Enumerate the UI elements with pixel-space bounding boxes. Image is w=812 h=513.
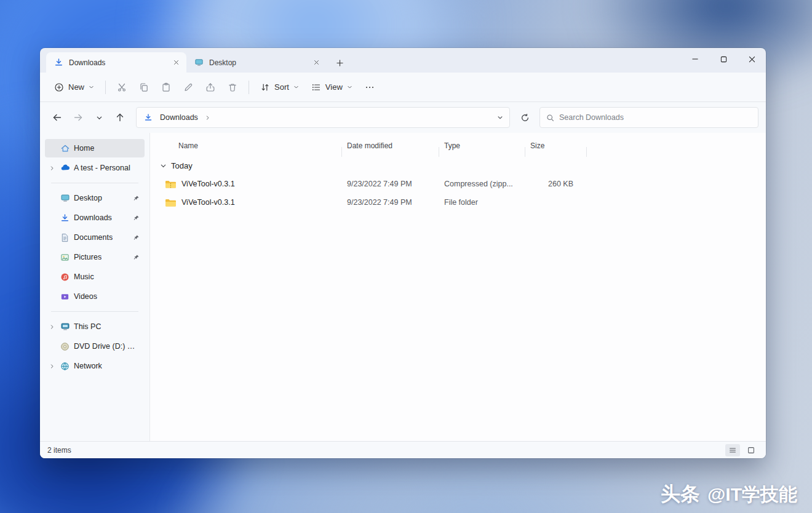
desktop-icon [60,193,70,204]
sidebar-item-label: Downloads [74,213,112,222]
new-tab-button[interactable] [332,55,348,71]
window-chrome: New [40,73,766,458]
back-button[interactable] [47,108,67,127]
chevron-right-icon[interactable] [205,115,210,121]
sort-button[interactable]: Sort [255,77,304,98]
onedrive-icon [60,163,70,173]
sidebar-item-this-pc[interactable]: This PC [45,317,145,336]
chevron-right-icon[interactable] [47,165,56,171]
sidebar-item-onedrive[interactable]: A test - Personal [45,159,145,177]
file-type-cell: File folder [439,198,525,207]
sidebar-item-music[interactable]: Music [45,268,145,286]
minimize-button[interactable] [681,48,709,70]
sidebar-item-label: Home [74,144,94,153]
sidebar-divider [51,183,138,183]
paste-button[interactable] [156,77,177,98]
file-name: ViVeTool-v0.3.1 [181,180,235,188]
more-options-button[interactable] [359,77,380,98]
details-view-button[interactable] [725,444,740,456]
chevron-down-icon[interactable] [160,162,167,169]
ellipsis-icon [365,82,375,92]
forward-button[interactable] [68,108,88,127]
column-header-name[interactable]: Name [157,141,342,150]
new-button[interactable]: New [49,77,100,98]
file-date-cell: 9/23/2022 7:49 PM [342,180,439,188]
home-icon [60,143,70,154]
view-button[interactable]: View [306,77,358,98]
status-bar: 2 items [40,441,766,458]
refresh-button[interactable] [515,108,535,127]
watermark-brand: 头条 [661,481,700,508]
pin-icon [133,234,140,241]
sidebar-item-pictures[interactable]: Pictures [45,248,145,266]
column-header-type[interactable]: Type [439,141,525,150]
delete-icon [228,82,237,92]
view-toggles [725,444,758,456]
copy-icon [139,82,149,92]
breadcrumb-downloads[interactable]: Downloads [157,112,201,123]
address-dropdown-icon[interactable] [497,114,503,121]
watermark-handle: @IT学技能 [707,482,797,507]
file-name-cell: ViVeTool-v0.3.1 [157,198,342,207]
sidebar-item-dvd-drive[interactable]: DVD Drive (D:) CCC [45,337,145,356]
delete-button[interactable] [222,77,243,98]
rename-icon [183,82,193,92]
pin-icon [133,254,140,261]
close-tab-icon[interactable] [170,57,181,68]
file-name-cell: ViVeTool-v0.3.1 [157,180,342,189]
toolbar-divider [249,81,249,94]
recent-locations-button[interactable] [89,108,109,127]
this-pc-icon [60,322,70,332]
dvd-drive-icon [60,341,70,352]
share-button[interactable] [200,77,221,98]
sidebar-item-network[interactable]: Network [45,357,145,375]
cut-icon [117,82,127,92]
search-icon [546,114,554,122]
view-label: View [325,82,343,92]
group-header-today[interactable]: Today [157,156,757,175]
sidebar-item-label: Pictures [74,253,102,261]
sidebar-item-label: Documents [74,233,113,242]
file-type-cell: Compressed (zipp... [439,180,525,188]
column-headers: Name Date modified Type Size [157,135,757,156]
sidebar-item-documents[interactable]: Documents [45,228,145,247]
sidebar-item-downloads[interactable]: Downloads [45,209,145,227]
close-tab-icon[interactable] [311,57,322,68]
tab-label: Downloads [69,58,165,67]
close-button[interactable] [738,48,766,70]
pin-icon [133,215,140,221]
address-bar[interactable]: Downloads [136,107,510,128]
window-controls [681,48,766,70]
desktop-background: Downloads Desktop [0,0,812,513]
downloads-icon [60,213,70,223]
tab-bar: Downloads Desktop [40,48,766,73]
group-label: Today [171,161,193,170]
network-icon [60,361,70,372]
file-row-folder[interactable]: ViVeTool-v0.3.1 9/23/2022 7:49 PM File f… [157,193,757,212]
pin-icon [133,195,140,202]
search-box[interactable] [539,107,758,128]
search-input[interactable] [559,113,752,122]
rename-button[interactable] [178,77,199,98]
maximize-button[interactable] [709,48,738,70]
copy-button[interactable] [133,77,154,98]
sidebar-item-label: Network [74,362,102,370]
sidebar-item-videos[interactable]: Videos [45,287,145,306]
sidebar-item-label: This PC [74,322,101,331]
large-icons-view-button[interactable] [744,444,758,456]
cut-button[interactable] [111,77,132,98]
tab-downloads[interactable]: Downloads [46,52,186,73]
sidebar-item-home[interactable]: Home [45,139,145,157]
chevron-right-icon[interactable] [47,324,56,330]
file-row-zip[interactable]: ViVeTool-v0.3.1 9/23/2022 7:49 PM Compre… [157,175,757,193]
sort-icon [260,82,270,92]
tab-desktop[interactable]: Desktop [186,52,327,73]
chevron-right-icon[interactable] [47,364,56,369]
column-header-date-modified[interactable]: Date modified [342,141,439,150]
sidebar-item-desktop[interactable]: Desktop [45,189,145,207]
column-header-size[interactable]: Size [525,141,587,150]
up-button[interactable] [110,108,130,127]
chevron-down-icon [347,84,352,90]
folder-icon [165,198,177,207]
sidebar-divider [51,311,138,312]
